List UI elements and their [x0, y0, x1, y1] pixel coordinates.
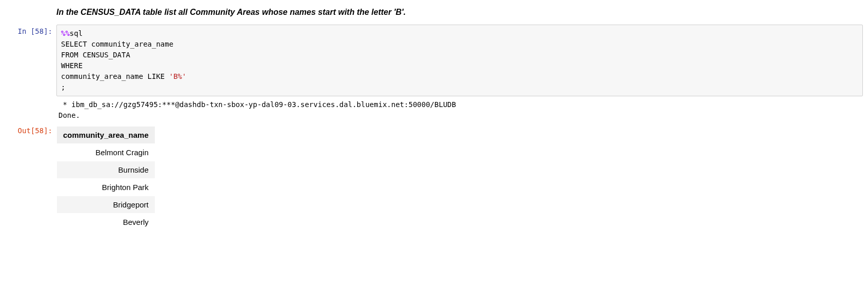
- input-prompt: In [58]:: [0, 25, 56, 38]
- stdout-line-1: * ibm_db_sa://gzg57495:***@dashdb-txn-sb…: [58, 100, 456, 109]
- code-line-2: FROM CENSUS_DATA: [61, 51, 130, 59]
- table-header: community_area_name: [57, 127, 155, 144]
- magic-command: sql: [70, 29, 83, 37]
- table-row: Burnside: [57, 161, 155, 179]
- stdout-content: * ibm_db_sa://gzg57495:***@dashdb-txn-sb…: [56, 96, 868, 124]
- output-content: community_area_name Belmont Cragin Burns…: [56, 124, 868, 233]
- prompt-blank-stdout: [0, 96, 56, 110]
- stdout-line-2: Done.: [58, 111, 80, 119]
- markdown-cell: In the CENSUS_DATA table list all Commun…: [0, 0, 868, 25]
- output-cell: Out[58]: community_area_name Belmont Cra…: [0, 124, 868, 233]
- magic-operator: %%: [61, 29, 70, 37]
- code-string-literal: 'B%': [169, 72, 187, 80]
- table-cell: Beverly: [57, 214, 155, 231]
- table-cell: Bridgeport: [57, 196, 155, 214]
- input-content: %%sql SELECT community_area_name FROM CE…: [56, 25, 868, 96]
- table-row: Belmont Cragin: [57, 144, 155, 161]
- table-row: Bridgeport: [57, 196, 155, 214]
- markdown-heading: In the CENSUS_DATA table list all Commun…: [56, 8, 863, 17]
- markdown-content: In the CENSUS_DATA table list all Commun…: [56, 0, 868, 25]
- stdout-cell: * ibm_db_sa://gzg57495:***@dashdb-txn-sb…: [0, 96, 868, 124]
- table-cell: Burnside: [57, 161, 155, 179]
- table-header-row: community_area_name: [57, 127, 155, 144]
- code-line-4a: community_area_name LIKE: [61, 72, 169, 80]
- stdout-text: * ibm_db_sa://gzg57495:***@dashdb-txn-sb…: [56, 96, 863, 124]
- output-prompt: Out[58]:: [0, 124, 56, 137]
- table-row: Brighton Park: [57, 179, 155, 196]
- code-line-3: WHERE: [61, 61, 83, 70]
- code-line-1: SELECT community_area_name: [61, 40, 173, 48]
- table-cell: Belmont Cragin: [57, 144, 155, 161]
- code-line-5: ;: [61, 83, 65, 91]
- code-editor[interactable]: %%sql SELECT community_area_name FROM CE…: [56, 25, 863, 96]
- input-cell: In [58]: %%sql SELECT community_area_nam…: [0, 25, 868, 96]
- prompt-blank: [0, 0, 56, 13]
- result-table: community_area_name Belmont Cragin Burns…: [56, 126, 155, 231]
- table-row: Beverly: [57, 214, 155, 231]
- table-cell: Brighton Park: [57, 179, 155, 196]
